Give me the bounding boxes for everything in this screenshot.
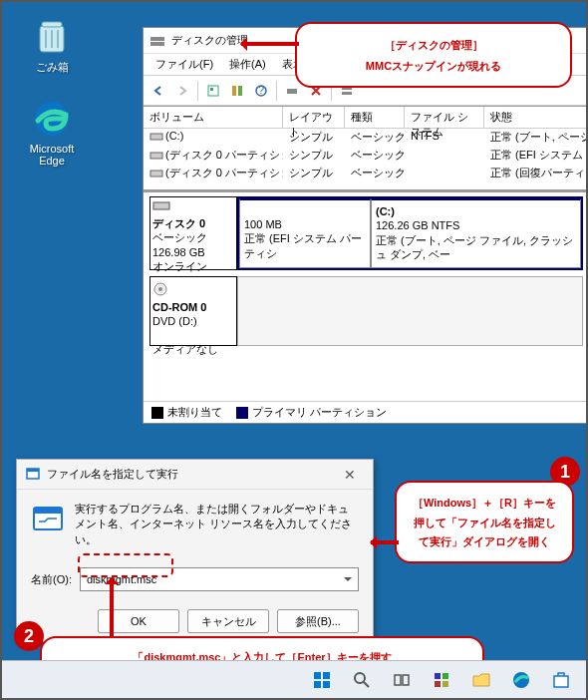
app-icon (149, 33, 165, 49)
volume-row[interactable]: (ディスク 0 パーティション 1)シンプルベーシック正常 (EFI システム … (144, 147, 588, 165)
partition-c[interactable]: (C:)126.26 GB NTFS正常 (ブート, ページ ファイル, クラッ… (371, 198, 581, 268)
svg-rect-7 (232, 86, 236, 96)
col-fs[interactable]: ファイル システム (405, 107, 484, 128)
svg-rect-15 (150, 153, 162, 159)
run-description: 実行するプログラム名、または開くフォルダーやドキュメント名、インターネット リソ… (75, 502, 359, 547)
svg-rect-4 (150, 42, 164, 46)
edge-shortcut[interactable]: Microsoft Edge (16, 97, 88, 167)
recycle-bin[interactable]: ごみ箱 (16, 14, 88, 75)
svg-rect-1 (42, 22, 62, 27)
run-title: ファイル名を指定して実行 (47, 467, 178, 482)
svg-rect-16 (150, 171, 162, 176)
run-app-icon (31, 502, 65, 535)
taskbar-explorer[interactable] (462, 665, 500, 695)
svg-rect-21 (27, 469, 39, 472)
svg-rect-11 (287, 89, 297, 94)
graphical-view: ディスク 0 ベーシック 126.98 GB オンライン 100 MB正常 (E… (144, 190, 588, 401)
svg-point-28 (355, 673, 365, 683)
taskbar (2, 660, 586, 698)
run-input[interactable]: diskmgmt.msc (80, 567, 359, 591)
svg-rect-29 (395, 675, 401, 685)
svg-rect-13 (342, 92, 352, 95)
svg-rect-17 (153, 202, 169, 209)
svg-rect-23 (34, 508, 62, 514)
volume-list[interactable]: ボリューム レイアウト 種類 ファイル システム 状態 (C:)シンプルベーシッ… (144, 106, 588, 190)
browse-button[interactable]: 参照(B)... (277, 609, 359, 633)
help-button[interactable]: ? (250, 80, 272, 102)
volume-row[interactable]: (ディスク 0 パーティション 4)シンプルベーシック正常 (回復パーティション (144, 165, 588, 182)
volume-row[interactable]: (C:)シンプルベーシックNTFS正常 (ブート, ページ ファ (144, 129, 588, 147)
disk-row-cd[interactable]: CD-ROM 0 DVD (D:) メディアなし (149, 276, 583, 346)
step-number-2: 2 (14, 621, 44, 651)
svg-rect-3 (150, 37, 164, 41)
recycle-bin-label: ごみ箱 (16, 60, 88, 75)
svg-rect-26 (314, 681, 321, 688)
view1-button[interactable] (202, 80, 224, 102)
col-volume[interactable]: ボリューム (144, 107, 283, 128)
cancel-button[interactable]: キャンセル (187, 609, 269, 633)
svg-rect-8 (238, 86, 242, 96)
svg-rect-27 (323, 681, 330, 688)
svg-rect-31 (435, 673, 441, 679)
callout-top: ［ディスクの管理］ MMCスナップインが現れる (295, 22, 572, 88)
svg-rect-33 (435, 681, 441, 687)
svg-text:?: ? (258, 84, 264, 96)
menu-action[interactable]: 操作(A) (225, 55, 270, 74)
col-status[interactable]: 状態 (484, 107, 588, 128)
legend: 未割り当て プライマリ パーティション (144, 401, 588, 423)
edge-icon (30, 97, 74, 141)
svg-rect-14 (150, 134, 162, 140)
search-button[interactable] (343, 665, 381, 695)
forward-button[interactable] (171, 80, 193, 102)
partition-efi[interactable]: 100 MB正常 (EFI システム パーティシ (239, 198, 371, 268)
arrow-right (371, 540, 399, 544)
refresh-button[interactable] (226, 80, 248, 102)
col-layout[interactable]: レイアウト (283, 107, 345, 128)
run-icon (25, 466, 41, 484)
svg-rect-6 (210, 88, 213, 91)
taskbar-edge[interactable] (502, 665, 540, 695)
run-name-label: 名前(O): (31, 572, 72, 587)
recycle-bin-icon (30, 14, 74, 58)
widgets-button[interactable] (423, 665, 460, 695)
svg-point-19 (158, 287, 162, 291)
svg-rect-24 (314, 672, 321, 679)
close-button[interactable]: ✕ (335, 467, 365, 483)
taskbar-store[interactable] (542, 665, 580, 695)
legend-unalloc-swatch (151, 407, 163, 419)
callout-right: ［Windows］＋［R］キーを押して「ファイル名を指定して実行」ダイアログを開… (395, 481, 574, 563)
svg-rect-34 (442, 681, 448, 687)
svg-rect-36 (554, 676, 568, 687)
svg-rect-30 (403, 675, 409, 685)
disk-row-0[interactable]: ディスク 0 ベーシック 126.98 GB オンライン 100 MB正常 (E… (149, 196, 583, 270)
start-button[interactable] (303, 665, 341, 695)
arrow-top (241, 42, 299, 46)
edge-label: Microsoft Edge (16, 143, 88, 167)
arrow-bottom (110, 578, 114, 638)
svg-rect-32 (442, 673, 448, 679)
taskview-button[interactable] (383, 665, 421, 695)
disk-header: ディスク 0 ベーシック 126.98 GB オンライン (149, 196, 237, 270)
run-dialog: ファイル名を指定して実行 ✕ 実行するプログラム名、または開くフォルダーやドキュ… (16, 459, 374, 642)
svg-rect-25 (323, 672, 330, 679)
legend-primary-swatch (236, 407, 248, 419)
disk-header: CD-ROM 0 DVD (D:) メディアなし (149, 276, 237, 346)
run-titlebar[interactable]: ファイル名を指定して実行 ✕ (17, 460, 373, 490)
back-button[interactable] (147, 80, 169, 102)
menu-file[interactable]: ファイル(F) (151, 55, 217, 74)
col-type[interactable]: 種類 (345, 107, 405, 128)
